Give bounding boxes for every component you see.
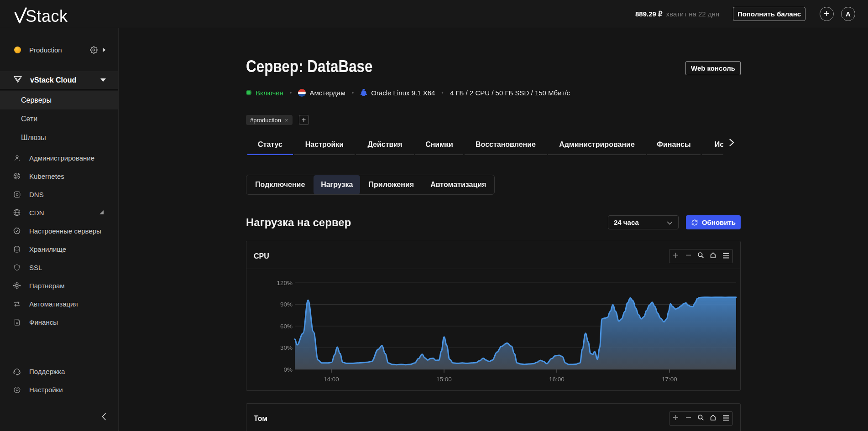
svg-text:90%: 90% [280, 301, 293, 308]
svg-text:17:00: 17:00 [662, 376, 677, 383]
svg-text:30%: 30% [280, 344, 293, 351]
svg-text:14:00: 14:00 [324, 376, 339, 383]
svg-text:60%: 60% [280, 323, 293, 330]
svg-text:16:00: 16:00 [549, 376, 565, 383]
svg-text:15:00: 15:00 [436, 376, 452, 383]
svg-text:Stack: Stack [26, 6, 68, 25]
svg-text:120%: 120% [277, 280, 293, 286]
svg-text:0%: 0% [283, 366, 293, 373]
